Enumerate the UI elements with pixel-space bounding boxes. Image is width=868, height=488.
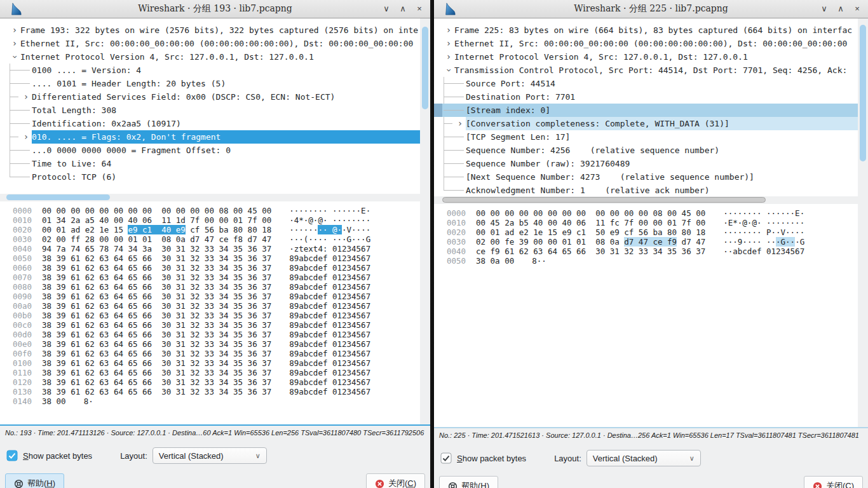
hex-row[interactable]: 00c038 39 61 62 63 64 65 66 30 31 32 33 … <box>13 320 420 330</box>
tree-row[interactable]: ›Internet Protocol Version 4, Src: 127.0… <box>434 50 858 64</box>
hex-row[interactable]: 007038 39 61 62 63 64 65 66 30 31 32 33 … <box>13 273 420 282</box>
tree-row[interactable]: ›Ethernet II, Src: 00:00:00_00:00:00 (00… <box>434 37 858 50</box>
titlebar[interactable]: Wireshark · 分组 225 · lib7.pcapng ∨ ∧ × <box>434 0 868 18</box>
expand-icon[interactable]: › <box>454 117 466 130</box>
close-button[interactable]: 关闭(C) <box>366 473 425 488</box>
show-packet-bytes-checkbox[interactable] <box>440 452 452 464</box>
scrollbar-thumb[interactable] <box>442 197 766 203</box>
hex-row[interactable]: 010038 39 61 62 63 64 65 66 30 31 32 33 … <box>13 358 420 368</box>
tree-row[interactable]: Source Port: 44514 <box>434 77 858 90</box>
tree-row[interactable]: Destination Port: 7701 <box>434 90 858 104</box>
hex-vertical-scrollbar[interactable] <box>420 201 430 424</box>
show-packet-bytes-label[interactable]: Show packet bytes <box>23 451 92 461</box>
hex-row[interactable]: 013038 39 61 62 63 64 65 66 30 31 32 33 … <box>13 387 420 396</box>
expand-icon[interactable]: › <box>9 24 20 37</box>
shade-icon[interactable]: ∨ <box>820 1 829 17</box>
show-packet-bytes-label[interactable]: Show packet bytes <box>457 454 526 463</box>
hex-bytes: 00 00 00 00 00 00 00 00 00 00 00 00 08 0… <box>42 206 271 215</box>
tree-row[interactable]: [Next Sequence Number: 4273 (relative se… <box>434 170 858 184</box>
hex-row[interactable]: 00e038 39 61 62 63 64 65 66 30 31 32 33 … <box>13 339 420 349</box>
hex-row[interactable]: 012038 39 61 62 63 64 65 66 30 31 32 33 … <box>13 377 420 387</box>
tree-label: Source Port: 44514 <box>466 77 858 90</box>
hex-row[interactable]: 002000 01 ad e2 1e 15 e9 c1 50 e9 cf 56 … <box>447 227 858 237</box>
unshade-icon[interactable]: ∧ <box>836 1 845 17</box>
help-button[interactable]: 帮助(H) <box>5 473 64 488</box>
tree-row[interactable]: 0100 .... = Version: 4 <box>0 64 420 77</box>
expand-icon[interactable]: › <box>443 37 454 50</box>
expand-icon[interactable]: › <box>443 50 454 64</box>
layout-select[interactable]: Vertical (Stacked) ∨ <box>587 450 701 466</box>
expand-icon[interactable]: › <box>9 37 20 50</box>
tree-indent <box>434 50 443 64</box>
tree-row[interactable]: ›Transmission Control Protocol, Src Port… <box>434 64 858 77</box>
tree-label: [Conversation completeness: Complete, WI… <box>466 117 858 130</box>
expand-icon[interactable]: › <box>443 24 454 37</box>
tree-row[interactable]: [TCP Segment Len: 17] <box>434 130 858 144</box>
tree-row[interactable]: Sequence Number: 4256 (relative sequence… <box>434 144 858 157</box>
hex-row[interactable]: 001000 45 2a b5 40 00 40 06 11 fc 7f 00 … <box>447 218 858 227</box>
tree-row[interactable]: ...0 0000 0000 0000 = Fragment Offset: 0 <box>0 144 420 157</box>
hex-row[interactable]: 003002 00 fe 39 00 00 01 01 08 0a d7 47 … <box>447 237 858 247</box>
layout-select[interactable]: Vertical (Stacked) ∨ <box>153 447 267 464</box>
hex-vertical-scrollbar[interactable] <box>858 204 868 427</box>
hex-row[interactable]: 005038 39 61 62 63 64 65 66 30 31 32 33 … <box>13 254 420 263</box>
tree-row[interactable]: Time to Live: 64 <box>0 157 420 170</box>
hex-row[interactable]: 00f038 39 61 62 63 64 65 66 30 31 32 33 … <box>13 349 420 358</box>
hex-bytes: 38 39 61 62 63 64 65 66 30 31 32 33 34 3… <box>42 358 271 368</box>
hex-row[interactable]: 00d038 39 61 62 63 64 65 66 30 31 32 33 … <box>13 330 420 339</box>
tree-row[interactable]: Total Length: 308 <box>0 104 420 117</box>
hex-row[interactable]: 004094 7a 74 65 78 74 34 3a 30 31 32 33 … <box>13 244 420 254</box>
titlebar[interactable]: Wireshark · 分组 193 · lib7.pcapng ∨ ∧ × <box>0 0 430 18</box>
tree-indent <box>434 157 466 170</box>
hex-row[interactable]: 008038 39 61 62 63 64 65 66 30 31 32 33 … <box>13 282 420 292</box>
scrollbar-thumb[interactable] <box>6 194 110 200</box>
tree-row[interactable]: ›Ethernet II, Src: 00:00:00_00:00:00 (00… <box>0 37 420 50</box>
hex-row[interactable]: 014038 008· <box>13 396 420 406</box>
hex-row[interactable]: 000000 00 00 00 00 00 00 00 00 00 00 00 … <box>447 208 858 218</box>
tree-row[interactable]: Identification: 0x2aa5 (10917) <box>0 117 420 130</box>
hex-row[interactable]: 005038 0a 008·· <box>447 256 858 266</box>
tree-row[interactable]: Sequence Number (raw): 3921760489 <box>434 157 858 170</box>
tree-horizontal-scrollbar[interactable] <box>0 194 430 201</box>
expand-icon[interactable]: › <box>20 130 32 144</box>
scrollbar-thumb[interactable] <box>860 25 866 161</box>
tree-row[interactable]: Acknowledgment Number: 1 (relative ack n… <box>434 184 858 196</box>
hex-row[interactable]: 006038 39 61 62 63 64 65 66 30 31 32 33 … <box>13 263 420 273</box>
tree-row[interactable]: ›Frame 193: 322 bytes on wire (2576 bits… <box>0 24 420 37</box>
tree-row[interactable]: ›Differentiated Services Field: 0x00 (DS… <box>0 90 420 104</box>
tree-horizontal-scrollbar[interactable] <box>434 196 868 204</box>
hex-row[interactable]: 000000 00 00 00 00 00 00 00 00 00 00 00 … <box>13 206 420 215</box>
close-button[interactable]: 关闭(C) <box>804 476 863 488</box>
hex-row[interactable]: 0040ce f9 61 62 63 64 65 66 30 31 32 33 … <box>447 247 858 256</box>
close-window-icon[interactable]: × <box>415 1 424 17</box>
tree-row[interactable]: ›010. .... = Flags: 0x2, Don't fragment <box>0 130 420 144</box>
tree-vertical-scrollbar[interactable] <box>858 18 868 196</box>
hex-row[interactable]: 003002 00 ff 28 00 00 01 01 08 0a d7 47 … <box>13 234 420 244</box>
hex-row[interactable]: 00b038 39 61 62 63 64 65 66 30 31 32 33 … <box>13 311 420 320</box>
tree-row[interactable]: ›[Conversation completeness: Complete, W… <box>434 117 858 130</box>
expand-icon[interactable]: › <box>20 90 32 104</box>
hex-row[interactable]: 011038 39 61 62 63 64 65 66 30 31 32 33 … <box>13 368 420 377</box>
unshade-icon[interactable]: ∧ <box>398 1 407 17</box>
collapse-icon[interactable]: › <box>8 51 22 63</box>
tree-row[interactable]: ›Frame 225: 83 bytes on wire (664 bits),… <box>434 24 858 37</box>
hex-row[interactable]: 001001 34 2a a5 40 00 40 06 11 1d 7f 00 … <box>13 215 420 225</box>
tree-vertical-scrollbar[interactable] <box>420 18 430 194</box>
hex-row[interactable]: 009038 39 61 62 63 64 65 66 30 31 32 33 … <box>13 292 420 301</box>
tree-label: [Next Sequence Number: 4273 (relative se… <box>466 170 858 184</box>
tree-row[interactable]: .... 0101 = Header Length: 20 bytes (5) <box>0 77 420 90</box>
hex-row[interactable]: 002000 01 ad e2 1e 15 e9 c1 40 e9 cf 56 … <box>13 225 420 234</box>
shade-icon[interactable]: ∨ <box>382 1 391 17</box>
scrollbar-thumb[interactable] <box>422 27 428 109</box>
tree-indent <box>0 130 20 144</box>
close-window-icon[interactable]: × <box>853 1 862 17</box>
help-button[interactable]: 帮助(H) <box>439 476 498 488</box>
hex-row[interactable]: 00a038 39 61 62 63 64 65 66 30 31 32 33 … <box>13 301 420 311</box>
show-packet-bytes-checkbox[interactable] <box>6 450 18 461</box>
tree-row[interactable]: ›Internet Protocol Version 4, Src: 127.0… <box>0 50 420 64</box>
tree-row[interactable]: [Stream index: 0] <box>434 104 858 117</box>
hex-offset: 0030 <box>447 237 470 247</box>
button-row: 帮助(H) 关闭(C) <box>0 467 430 488</box>
collapse-icon[interactable]: › <box>442 65 456 76</box>
tree-row[interactable]: Protocol: TCP (6) <box>0 170 420 184</box>
